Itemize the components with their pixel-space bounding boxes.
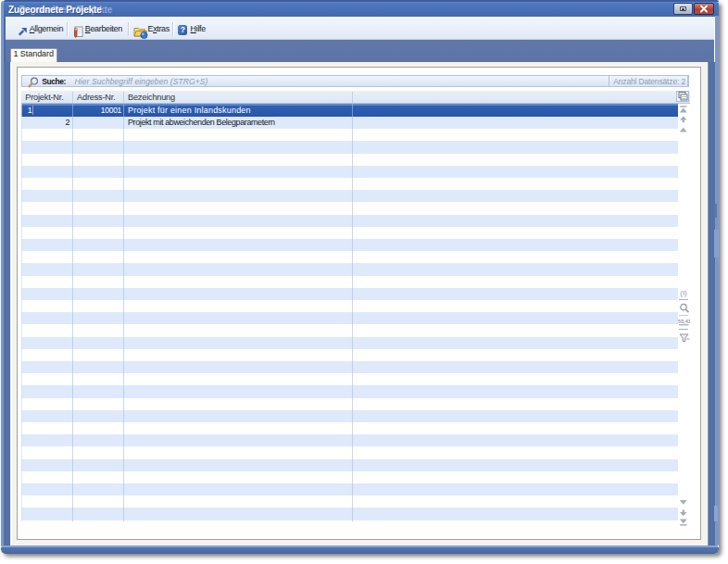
svg-text:53,41: 53,41 xyxy=(678,319,690,324)
